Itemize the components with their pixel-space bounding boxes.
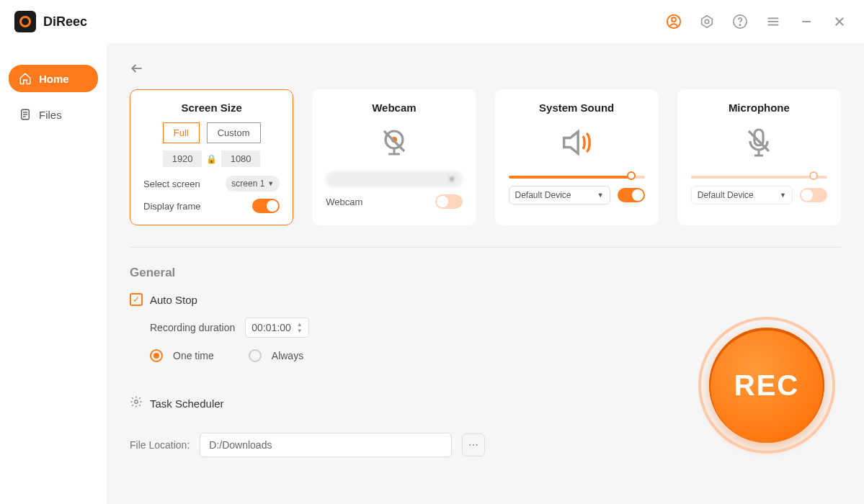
webcam-off-icon: [326, 122, 462, 163]
webcam-label: Webcam: [326, 197, 362, 207]
microphone-card: Microphone Default Device ▼: [677, 89, 841, 225]
repeat-always-label: Always: [272, 350, 303, 361]
svg-point-1: [672, 17, 676, 22]
duration-stepper[interactable]: ▲▼: [297, 321, 303, 334]
display-frame-label: Display frame: [143, 201, 200, 212]
recording-duration-input[interactable]: 00:01:00 ▲▼: [245, 318, 308, 338]
sidebar-item-home[interactable]: Home: [9, 65, 98, 92]
repeat-always-radio[interactable]: [249, 349, 262, 362]
account-icon[interactable]: [664, 12, 684, 32]
main: Screen Size Full Custom 🔒 Select screen …: [107, 43, 864, 504]
width-input[interactable]: [163, 150, 202, 167]
sidebar-item-label: Home: [39, 73, 69, 85]
sidebar: Home Files: [0, 43, 107, 504]
mode-custom-button[interactable]: Custom: [207, 122, 261, 143]
mode-full-button[interactable]: Full: [163, 122, 200, 143]
webcam-card: Webcam ▼ Webcam: [312, 89, 476, 225]
help-icon[interactable]: [730, 12, 750, 32]
microphone-slider[interactable]: [691, 176, 827, 179]
svg-point-3: [705, 19, 709, 24]
gear-icon: [130, 395, 143, 411]
app-name: DiReec: [43, 14, 87, 30]
card-title: Webcam: [326, 102, 462, 114]
chevron-down-icon: ▼: [449, 176, 455, 183]
app-logo: [14, 11, 36, 32]
svg-point-22: [135, 400, 138, 404]
auto-stop-checkbox[interactable]: ✓: [130, 293, 143, 306]
microphone-device-select[interactable]: Default Device ▼: [691, 186, 793, 204]
task-scheduler-label[interactable]: Task Scheduler: [150, 397, 224, 410]
system-sound-device-select[interactable]: Default Device ▼: [509, 186, 610, 204]
auto-stop-label: Auto Stop: [150, 294, 197, 306]
select-screen-label: Select screen: [143, 179, 200, 189]
card-title: Microphone: [691, 102, 827, 114]
card-title: System Sound: [509, 102, 645, 114]
sidebar-item-files[interactable]: Files: [9, 101, 98, 128]
settings-icon[interactable]: [697, 12, 717, 32]
display-frame-toggle[interactable]: [252, 199, 280, 213]
file-location-label: File Location:: [130, 439, 190, 451]
chevron-down-icon: ▼: [267, 180, 274, 187]
speaker-icon: [509, 122, 645, 163]
screen-size-card: Screen Size Full Custom 🔒 Select screen …: [130, 89, 293, 225]
close-icon[interactable]: [829, 12, 850, 32]
svg-line-21: [749, 131, 769, 151]
system-sound-card: System Sound Default Device ▼: [495, 89, 659, 225]
webcam-device-select[interactable]: ▼: [326, 171, 462, 187]
sidebar-item-label: Files: [39, 109, 62, 121]
back-button[interactable]: [130, 61, 144, 78]
microphone-toggle[interactable]: [800, 188, 827, 202]
repeat-one-time-radio[interactable]: [150, 349, 163, 362]
system-sound-slider[interactable]: [509, 176, 645, 179]
minimize-icon[interactable]: [796, 12, 816, 32]
height-input[interactable]: [221, 150, 260, 167]
file-location-browse-button[interactable]: ⋯: [462, 433, 485, 456]
repeat-one-time-label: One time: [173, 350, 214, 361]
menu-icon[interactable]: [763, 12, 783, 32]
mic-off-icon: [691, 122, 827, 163]
lock-icon[interactable]: 🔒: [206, 154, 217, 164]
screen-select[interactable]: screen 1 ▼: [226, 176, 280, 192]
general-section-title: General: [130, 266, 841, 280]
divider: [130, 247, 841, 248]
file-location-input[interactable]: D:/Downloads: [200, 433, 452, 457]
chevron-down-icon: ▼: [780, 192, 786, 199]
record-button[interactable]: REC: [698, 317, 835, 454]
card-title: Screen Size: [143, 102, 280, 114]
webcam-toggle[interactable]: [435, 194, 463, 209]
chevron-down-icon: ▼: [597, 192, 604, 199]
titlebar: DiReec: [0, 0, 864, 43]
svg-point-5: [739, 24, 740, 25]
system-sound-toggle[interactable]: [618, 188, 645, 202]
svg-marker-2: [702, 16, 713, 28]
recording-duration-label: Recording duration: [150, 322, 235, 333]
